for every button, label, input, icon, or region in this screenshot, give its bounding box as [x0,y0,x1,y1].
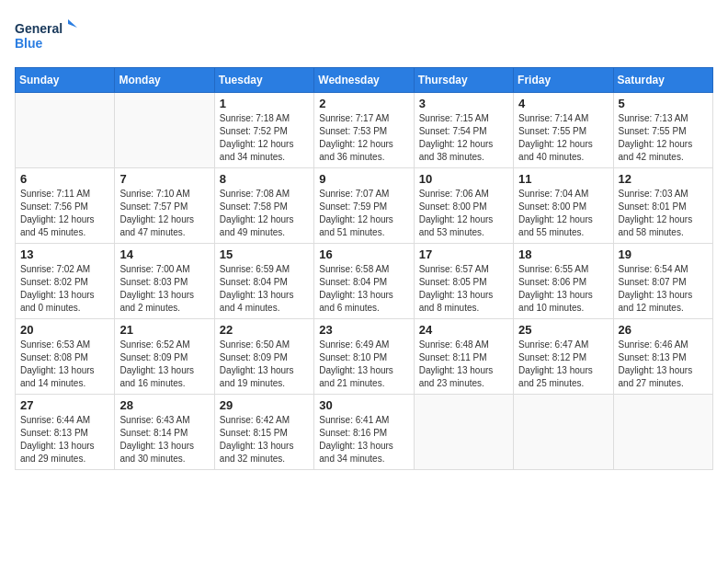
day-info: Sunrise: 6:55 AM Sunset: 8:06 PM Dayligh… [518,263,608,315]
calendar-cell: 26Sunrise: 6:46 AM Sunset: 8:13 PM Dayli… [613,319,712,395]
day-info: Sunrise: 7:10 AM Sunset: 7:57 PM Dayligh… [119,188,209,239]
calendar-cell: 11Sunrise: 7:04 AM Sunset: 8:00 PM Dayli… [514,168,613,244]
day-info: Sunrise: 7:15 AM Sunset: 7:54 PM Dayligh… [419,112,508,164]
day-number: 7 [119,172,209,186]
day-number: 11 [518,172,608,186]
day-info: Sunrise: 6:44 AM Sunset: 8:13 PM Dayligh… [20,414,109,465]
day-number: 20 [20,323,109,337]
day-info: Sunrise: 6:52 AM Sunset: 8:09 PM Dayligh… [119,339,209,390]
day-info: Sunrise: 7:07 AM Sunset: 7:59 PM Dayligh… [319,188,408,239]
weekday-header: Friday [514,68,613,93]
calendar-cell: 20Sunrise: 6:53 AM Sunset: 8:08 PM Dayli… [16,319,115,395]
day-info: Sunrise: 6:57 AM Sunset: 8:05 PM Dayligh… [419,263,508,315]
page-header: General Blue [15,15,713,56]
calendar-cell: 18Sunrise: 6:55 AM Sunset: 8:06 PM Dayli… [514,244,613,319]
day-number: 24 [419,323,508,337]
day-info: Sunrise: 6:43 AM Sunset: 8:14 PM Dayligh… [119,414,209,465]
day-number: 23 [319,323,408,337]
calendar-week-row: 27Sunrise: 6:44 AM Sunset: 8:13 PM Dayli… [16,395,713,470]
day-number: 18 [518,247,608,261]
day-number: 27 [20,398,109,412]
day-number: 17 [419,247,508,261]
calendar-cell: 23Sunrise: 6:49 AM Sunset: 8:10 PM Dayli… [314,319,414,395]
day-number: 26 [619,323,708,337]
day-number: 13 [20,247,109,261]
calendar-cell: 30Sunrise: 6:41 AM Sunset: 8:16 PM Dayli… [314,395,414,470]
day-info: Sunrise: 7:03 AM Sunset: 8:01 PM Dayligh… [619,188,708,239]
calendar-cell: 28Sunrise: 6:43 AM Sunset: 8:14 PM Dayli… [115,395,214,470]
day-info: Sunrise: 6:59 AM Sunset: 8:04 PM Dayligh… [220,263,309,315]
day-number: 16 [319,247,408,261]
calendar-cell: 2Sunrise: 7:17 AM Sunset: 7:53 PM Daylig… [314,93,414,168]
day-info: Sunrise: 6:48 AM Sunset: 8:11 PM Dayligh… [419,339,508,390]
day-number: 30 [319,398,408,412]
calendar-cell: 14Sunrise: 7:00 AM Sunset: 8:03 PM Dayli… [115,244,214,319]
calendar-cell: 9Sunrise: 7:07 AM Sunset: 7:59 PM Daylig… [314,168,414,244]
calendar-cell: 10Sunrise: 7:06 AM Sunset: 8:00 PM Dayli… [414,168,513,244]
weekday-header: Monday [115,68,214,93]
day-number: 19 [619,247,708,261]
day-info: Sunrise: 7:04 AM Sunset: 8:00 PM Dayligh… [518,188,608,239]
calendar-table: SundayMondayTuesdayWednesdayThursdayFrid… [15,67,713,470]
calendar-week-row: 1Sunrise: 7:18 AM Sunset: 7:52 PM Daylig… [16,93,713,168]
weekday-header-row: SundayMondayTuesdayWednesdayThursdayFrid… [16,68,713,93]
day-info: Sunrise: 6:42 AM Sunset: 8:15 PM Dayligh… [220,414,309,465]
weekday-header: Tuesday [214,68,313,93]
day-info: Sunrise: 6:50 AM Sunset: 8:09 PM Dayligh… [220,339,309,390]
day-info: Sunrise: 7:08 AM Sunset: 7:58 PM Dayligh… [220,188,309,239]
day-number: 10 [419,172,508,186]
day-number: 15 [220,247,309,261]
calendar-cell: 12Sunrise: 7:03 AM Sunset: 8:01 PM Dayli… [613,168,712,244]
day-info: Sunrise: 7:17 AM Sunset: 7:53 PM Dayligh… [319,112,408,164]
calendar-cell: 21Sunrise: 6:52 AM Sunset: 8:09 PM Dayli… [115,319,214,395]
calendar-cell [514,395,613,470]
calendar-cell: 27Sunrise: 6:44 AM Sunset: 8:13 PM Dayli… [16,395,115,470]
day-number: 2 [319,97,408,110]
day-number: 5 [619,97,708,110]
day-number: 14 [119,247,209,261]
calendar-cell: 1Sunrise: 7:18 AM Sunset: 7:52 PM Daylig… [214,93,313,168]
calendar-cell [16,93,115,168]
day-number: 8 [220,172,309,186]
calendar-week-row: 20Sunrise: 6:53 AM Sunset: 8:08 PM Dayli… [16,319,713,395]
day-info: Sunrise: 7:02 AM Sunset: 8:02 PM Dayligh… [20,263,109,315]
day-number: 3 [419,97,508,110]
weekday-header: Saturday [613,68,712,93]
day-number: 21 [119,323,209,337]
day-info: Sunrise: 7:18 AM Sunset: 7:52 PM Dayligh… [220,112,309,164]
day-info: Sunrise: 6:49 AM Sunset: 8:10 PM Dayligh… [319,339,408,390]
day-number: 29 [220,398,309,412]
day-number: 25 [518,323,608,337]
calendar-cell: 3Sunrise: 7:15 AM Sunset: 7:54 PM Daylig… [414,93,513,168]
calendar-week-row: 13Sunrise: 7:02 AM Sunset: 8:02 PM Dayli… [16,244,713,319]
calendar-cell: 29Sunrise: 6:42 AM Sunset: 8:15 PM Dayli… [214,395,313,470]
logo-svg: General Blue [15,15,79,56]
day-number: 9 [319,172,408,186]
calendar-cell: 17Sunrise: 6:57 AM Sunset: 8:05 PM Dayli… [414,244,513,319]
day-info: Sunrise: 6:41 AM Sunset: 8:16 PM Dayligh… [319,414,408,465]
calendar-cell: 25Sunrise: 6:47 AM Sunset: 8:12 PM Dayli… [514,319,613,395]
calendar-cell: 16Sunrise: 6:58 AM Sunset: 8:04 PM Dayli… [314,244,414,319]
calendar-cell: 24Sunrise: 6:48 AM Sunset: 8:11 PM Dayli… [414,319,513,395]
day-number: 6 [20,172,109,186]
day-info: Sunrise: 6:58 AM Sunset: 8:04 PM Dayligh… [319,263,408,315]
day-info: Sunrise: 6:46 AM Sunset: 8:13 PM Dayligh… [619,339,708,390]
day-number: 1 [220,97,309,110]
day-info: Sunrise: 6:54 AM Sunset: 8:07 PM Dayligh… [619,263,708,315]
calendar-cell: 7Sunrise: 7:10 AM Sunset: 7:57 PM Daylig… [115,168,214,244]
day-number: 12 [619,172,708,186]
calendar-cell: 13Sunrise: 7:02 AM Sunset: 8:02 PM Dayli… [16,244,115,319]
day-number: 4 [518,97,608,110]
logo: General Blue [15,15,79,56]
weekday-header: Sunday [16,68,115,93]
calendar-cell: 4Sunrise: 7:14 AM Sunset: 7:55 PM Daylig… [514,93,613,168]
day-info: Sunrise: 7:00 AM Sunset: 8:03 PM Dayligh… [119,263,209,315]
day-number: 22 [220,323,309,337]
calendar-cell: 6Sunrise: 7:11 AM Sunset: 7:56 PM Daylig… [16,168,115,244]
svg-text:Blue: Blue [15,36,43,51]
day-number: 28 [119,398,209,412]
calendar-cell [115,93,214,168]
day-info: Sunrise: 6:47 AM Sunset: 8:12 PM Dayligh… [518,339,608,390]
calendar-cell: 15Sunrise: 6:59 AM Sunset: 8:04 PM Dayli… [214,244,313,319]
calendar-cell [613,395,712,470]
